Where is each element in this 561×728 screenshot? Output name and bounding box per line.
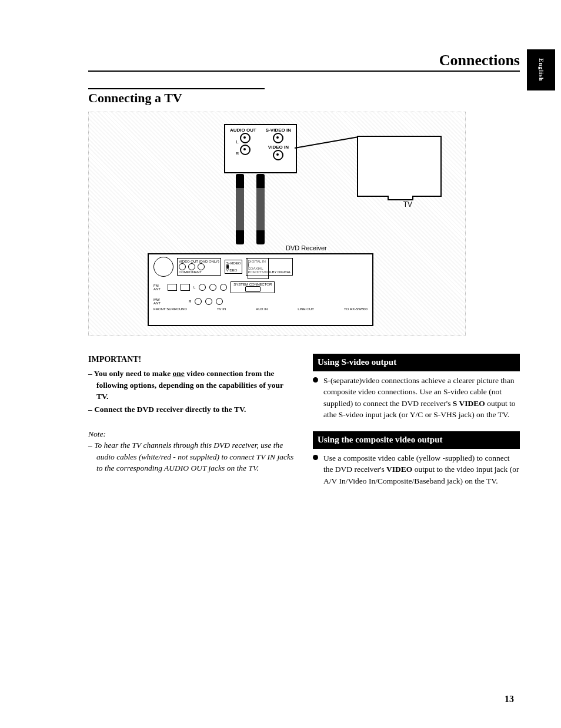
terminal-icon — [181, 284, 190, 291]
page-number: 13 — [505, 694, 514, 704]
mw-ant-label: MW ANT — [153, 298, 164, 305]
y-jack-icon — [179, 263, 186, 270]
audio-l-label: L — [236, 139, 238, 145]
tosw-label: TO RX-SW800 — [344, 307, 368, 311]
section-rule — [88, 88, 265, 89]
item1-pre: – You only need to make — [88, 369, 173, 378]
video-in-jack-icon — [273, 150, 283, 160]
tv-front-icon — [357, 136, 442, 197]
svideo-in-label: S-VIDEO IN — [266, 128, 291, 133]
video-rear-label: VIDEO — [226, 269, 241, 272]
audio-l-jack-icon — [240, 133, 251, 143]
audio-r-label: R — [235, 151, 239, 156]
bullet1-bold: S VIDEO — [453, 399, 485, 408]
audio-out-label: AUDIO OUT — [230, 128, 256, 133]
important-item-2: – Connect the DVD receiver directly to t… — [96, 404, 295, 415]
composite-bullet: Use a composite video cable (yellow -sup… — [313, 452, 520, 487]
pr-jack-icon — [198, 263, 205, 270]
video-out-label: VIDEO OUT (DVD ONLY) — [179, 260, 219, 263]
svideo-cable-icon — [236, 174, 244, 244]
svideo-jack-icon — [273, 133, 283, 143]
connection-diagram: AUDIO OUT L R S-VIDEO IN VIDEO IN TV DVD… — [88, 112, 466, 336]
jack-icon — [205, 298, 212, 305]
text-columns: IMPORTANT! – You only need to make one v… — [88, 354, 520, 497]
tv-label: TV — [403, 200, 412, 209]
note-heading: Note: — [88, 428, 295, 440]
bullet2-bold: VIDEO — [386, 465, 412, 474]
fm-ant-label: FM ANT — [153, 284, 164, 291]
jack-icon — [209, 284, 216, 291]
callout-line — [295, 136, 359, 149]
svideo-heading-bar: Using S-video output — [313, 354, 520, 371]
section-title: Connecting a TV — [88, 90, 265, 106]
note-body: – To hear the TV channels through this D… — [96, 440, 295, 474]
jack-icon — [216, 298, 223, 305]
right-column: Using S-video output S-(separate)video c… — [313, 354, 520, 497]
composite-heading-bar: Using the composite video output — [313, 431, 520, 449]
video-in-label: VIDEO IN — [266, 145, 291, 150]
zoom-highlight-box — [248, 258, 269, 279]
manual-page: Connections English Connecting a TV AUDI… — [0, 0, 561, 521]
jack-icon — [199, 284, 206, 291]
svideo-bullet: S-(separate)video connections achieve a … — [313, 375, 520, 421]
tvin-label: TV IN — [217, 307, 226, 311]
terminal-icon — [168, 284, 177, 291]
component-label: COMPONENT — [179, 270, 219, 274]
auxin-label: AUX IN — [256, 307, 268, 311]
item1-underlined: one — [173, 369, 185, 378]
section-heading-block: Connecting a TV — [88, 88, 265, 106]
system-connector-label: SYSTEM CONNECTOR — [233, 283, 272, 286]
jack-icon — [195, 298, 202, 305]
header-rule: Connections English — [88, 71, 520, 72]
dvd-receiver-label: DVD Receiver — [286, 244, 327, 251]
video-cable-icon — [256, 174, 265, 244]
important-item-1: – You only need to make one video connec… — [96, 368, 295, 402]
page-title: Connections — [88, 52, 520, 69]
left-column: IMPORTANT! – You only need to make one v… — [88, 354, 295, 497]
front-surr-label: FRONT SURROUND — [153, 307, 187, 311]
audio-r-jack-icon — [240, 145, 251, 155]
language-tab: English — [527, 49, 555, 90]
system-port-icon — [245, 286, 261, 292]
lineout-label: LINE OUT — [298, 307, 314, 311]
pb-jack-icon — [188, 263, 195, 270]
antenna-icon — [153, 257, 173, 277]
jack-icon — [220, 284, 227, 291]
tv-rear-panel: AUDIO OUT L R S-VIDEO IN VIDEO IN — [224, 124, 297, 173]
important-heading: IMPORTANT! — [88, 354, 295, 365]
